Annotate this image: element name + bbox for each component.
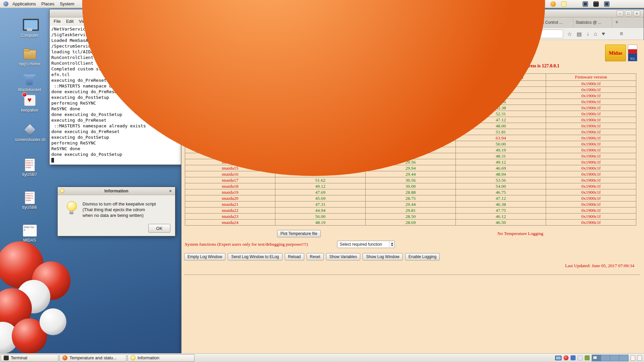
table-row: nnaida21 47.31 29.44 46.38 0x1900c1f (185, 201, 636, 207)
launcher-icon[interactable] (583, 1, 588, 7)
desktop-icon-preview-text: Sessi You a (24, 226, 35, 235)
fee64-name-cell: nnaida22 (185, 207, 275, 214)
function-select[interactable]: Select required function (337, 241, 395, 248)
workspace-3[interactable] (610, 355, 619, 361)
workspace-4[interactable] (619, 355, 628, 361)
desktop-icon[interactable]: npg's Home (15, 47, 44, 66)
desktop-icon[interactable]: execu EXPER EXPER EXPER ttyUSB7 (15, 158, 44, 177)
tray-icon[interactable] (571, 355, 576, 360)
desktop-icon-label: screenshooter.sh (15, 137, 44, 142)
fee64-name-cell: nnaida19 (185, 189, 275, 195)
dialog-close-icon[interactable]: × (168, 188, 173, 194)
panel-menu[interactable]: Applications (10, 0, 39, 8)
workspace-switcher[interactable] (592, 355, 629, 361)
desktop-icon-image (20, 47, 39, 61)
desktop-icon-label: ttyUSB6 (15, 205, 44, 210)
psu-temp-cell: 30.56 (366, 177, 456, 183)
tray-icon[interactable] (578, 355, 583, 360)
dialog-message-line: (That thing that ejects the cdrom (83, 207, 156, 213)
desktop-icon[interactable]: keepalive (15, 94, 44, 113)
terminal-menu-item[interactable]: File (51, 19, 63, 24)
page-action-button[interactable]: Reload (285, 253, 304, 260)
dialog-titlebar[interactable]: Information × (58, 187, 175, 195)
desktop-icon-label: MIDAS (15, 238, 44, 243)
asic-temp-cell: 46.38 (456, 201, 546, 207)
fee64-name-cell: nnaida18 (185, 183, 275, 189)
desktop-icon[interactable]: Wastebasket (15, 73, 44, 92)
launcher-icon[interactable] (604, 1, 609, 7)
tray-document-icon[interactable] (631, 355, 635, 361)
desktop-screen: ApplicationsPlacesSystem group user ! Mo… (0, 0, 644, 362)
page-action-button[interactable]: Send Log Window to ELog (228, 253, 282, 260)
tray-icon[interactable] (564, 355, 569, 360)
panel-menu[interactable]: Places (39, 0, 57, 8)
desktop-icon[interactable]: Sessi You a MIDAS (15, 224, 44, 243)
taskbar-window-icon (130, 355, 136, 360)
firmware-cell: 0x1900c1f (546, 207, 636, 214)
asic-temp-cell: 47.12 (456, 195, 546, 201)
asic-temp-cell: 53.56 (456, 177, 546, 183)
page-action-button[interactable]: Show Variables (326, 253, 361, 260)
tray-icon[interactable] (585, 355, 590, 360)
firmware-cell: 0x1900c1f (546, 201, 636, 207)
desktop-icon-image: execu EXPER EXPER EXPER (20, 191, 39, 204)
display-tray-icon[interactable] (555, 356, 561, 360)
workspace-1[interactable] (592, 355, 601, 361)
asic-temp-cell: 46.50 (456, 220, 546, 226)
page-action-button[interactable]: Enable Logging (405, 253, 440, 260)
desktop-icon[interactable]: execu EXPER EXPER EXPER ttyUSB6 (15, 191, 44, 210)
system-functions-label: System functions (Expert users only for … (185, 242, 308, 247)
launcher-icon[interactable] (593, 1, 599, 7)
virtex-temp-cell: 56.00 (275, 214, 366, 220)
dialog-message-line: Dismiss to turn off the keepalive script (83, 201, 156, 207)
launcher-icon[interactable] (550, 1, 556, 7)
top-panel: ApplicationsPlacesSystem group user ! Mo… (0, 0, 644, 8)
panel-menus: ApplicationsPlacesSystem (10, 0, 77, 8)
desktop-icon-image (20, 19, 39, 32)
desktop-icon-image (20, 73, 39, 86)
select-arrows-icon[interactable] (389, 241, 394, 248)
dialog-title: Information (104, 188, 128, 193)
function-select-value: Select required function (340, 242, 382, 247)
workspace-2[interactable] (601, 355, 610, 361)
ok-button[interactable]: OK (148, 224, 170, 233)
launcher-icon[interactable] (561, 1, 567, 7)
panel-launchers (77, 0, 644, 176)
plot-temperature-button[interactable]: Plot Temperature file (277, 230, 321, 237)
taskbar-window-button[interactable]: Temperature and statu... (59, 354, 126, 362)
asic-temp-cell: 46.12 (456, 214, 546, 220)
psu-temp-cell: 28.50 (366, 214, 456, 220)
no-logging-status: No Temperature Logging (497, 231, 543, 236)
firmware-cell: 0x1900c1f (546, 220, 636, 226)
last-updated-label: Last Updated: June 05, 2017 07:09:34 (565, 263, 634, 268)
page-action-button[interactable]: Empty Log Window (184, 253, 225, 260)
virtex-temp-cell: 44.94 (275, 207, 366, 214)
firmware-cell: 0x1900c1f (546, 189, 636, 195)
applications-menu-icon[interactable] (3, 1, 8, 6)
asic-temp-cell: 46.75 (456, 189, 546, 195)
virtex-temp-cell: 45.69 (275, 195, 366, 201)
table-row: nnaida17 51.62 30.56 53.56 0x1900c1f (185, 177, 636, 183)
information-dialog: Information × Dismiss to turn off the ke… (57, 187, 175, 236)
taskbar-window-button[interactable]: Information (127, 354, 195, 362)
firmware-cell: 0x1900c1f (546, 195, 636, 201)
launcher-icon[interactable] (82, 0, 545, 176)
page-action-button[interactable]: Show Log Window (363, 253, 402, 260)
desktop-icon-label: Computer (15, 33, 44, 38)
asic-temp-cell: 54.00 (456, 183, 546, 189)
fee64-name-cell: nnaida17 (185, 177, 275, 183)
tray-document-icon[interactable] (637, 355, 642, 361)
desktop-icon[interactable]: Computer (15, 19, 44, 38)
desktop-icon-label: npg's Home (15, 62, 44, 66)
page-action-button[interactable]: Reset (307, 253, 324, 260)
psu-temp-cell: 29.44 (366, 201, 456, 207)
panel-menu[interactable]: System (57, 0, 77, 8)
taskbar-window-label: Temperature and statu... (69, 355, 117, 360)
psu-temp-cell: 28.88 (366, 189, 456, 195)
taskbar-window-button[interactable]: Terminal (1, 354, 58, 362)
table-row: nnaida20 45.69 28.75 47.12 0x1900c1f (185, 195, 636, 201)
asic-temp-cell: 47.75 (456, 207, 546, 214)
desktop-icon[interactable]: screenshooter.sh (15, 123, 44, 142)
taskbar-window-label: Terminal (11, 355, 27, 360)
terminal-menu-item[interactable]: Edit (63, 19, 76, 24)
